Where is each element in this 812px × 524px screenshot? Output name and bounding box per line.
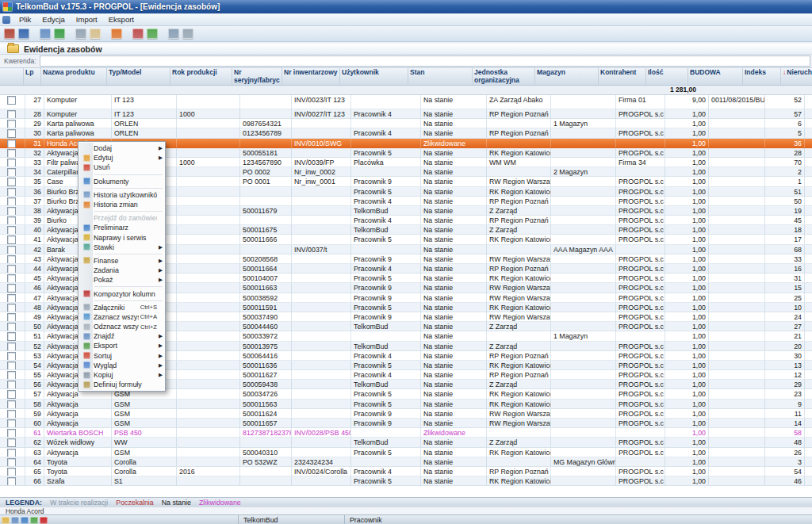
row-checkbox[interactable] bbox=[7, 342, 16, 351]
row-checkbox[interactable] bbox=[7, 110, 16, 119]
context-menu-item-dodaj[interactable]: Dodaj▶ bbox=[79, 143, 164, 153]
row-checkbox[interactable] bbox=[7, 429, 16, 438]
row-checkbox[interactable] bbox=[7, 323, 16, 331]
row-checkbox[interactable] bbox=[7, 197, 16, 206]
table-row[interactable]: 27KomputerIT 123INV/0023/IT 123Na stanie… bbox=[0, 95, 812, 109]
table-row[interactable]: 62Wózek widłowyWWTelkomBudNa stanieZ Zar… bbox=[0, 438, 812, 447]
print-icon[interactable] bbox=[75, 29, 86, 39]
row-checkbox[interactable] bbox=[7, 246, 16, 254]
report-icon[interactable] bbox=[147, 29, 158, 39]
menu-item-import[interactable]: Import bbox=[71, 13, 103, 25]
menu-item-plik[interactable]: Plik bbox=[13, 13, 36, 25]
context-menu-item-eksport[interactable]: Eksport▶ bbox=[79, 341, 164, 350]
column-header-check[interactable] bbox=[0, 68, 24, 85]
query-input[interactable] bbox=[40, 55, 810, 67]
column-header-uzytk[interactable]: Użytkownik bbox=[340, 68, 408, 85]
mail-icon[interactable] bbox=[90, 29, 101, 39]
table-row[interactable]: 59AktywacjaGSM500011624Pracownik 9Na sta… bbox=[0, 409, 812, 419]
column-header-stan[interactable]: Stan bbox=[408, 68, 473, 85]
row-checkbox[interactable] bbox=[7, 419, 16, 428]
row-checkbox[interactable] bbox=[7, 313, 16, 322]
table-row[interactable]: 64ToyotaCorollaPO 532WZ2324324234Na stan… bbox=[0, 457, 812, 467]
context-menu-item-historia-użytkowników[interactable]: Historia użytkowników bbox=[79, 190, 164, 200]
context-menu-item-dokumenty[interactable]: Dokumenty bbox=[79, 177, 164, 186]
column-header-ser[interactable]: Nr seryjny/fabryc bbox=[232, 68, 282, 85]
row-checkbox[interactable] bbox=[7, 371, 16, 380]
context-menu-item-preliminarz[interactable]: Preliminarz bbox=[79, 223, 164, 232]
row-checkbox[interactable] bbox=[7, 410, 16, 419]
network-icon[interactable] bbox=[30, 517, 38, 524]
column-header-jedn[interactable]: Jednostka organizacyjna bbox=[473, 68, 535, 85]
column-header-ilosc[interactable]: Ilość bbox=[646, 68, 688, 85]
column-header-typ[interactable]: Typ/Model bbox=[107, 68, 170, 85]
table-row[interactable]: 30Karta paliwowaORLEN0123456789Pracownik… bbox=[0, 128, 812, 138]
tools-icon[interactable] bbox=[182, 29, 193, 39]
context-menu-item-kompozytor-kolumn[interactable]: Kompozytor kolumn bbox=[79, 289, 164, 298]
table-row[interactable]: 61Wiertarka BOSCHPSB 45081273871823789IN… bbox=[0, 428, 812, 438]
row-checkbox[interactable] bbox=[7, 304, 16, 312]
context-menu-item-zaznacz-wszystko[interactable]: Zaznacz wszystkoCtrl+A bbox=[79, 312, 164, 322]
title-bar[interactable]: TelkomBud v.175.3 - PROGPOL - [Ewidencja… bbox=[0, 0, 812, 13]
row-checkbox[interactable] bbox=[7, 265, 16, 273]
context-menu-item-stawki[interactable]: Stawki▶ bbox=[79, 243, 164, 252]
user-icon[interactable] bbox=[11, 517, 19, 524]
column-header-rok[interactable]: Rok produkcji bbox=[170, 68, 232, 85]
row-checkbox[interactable] bbox=[7, 477, 16, 486]
row-checkbox[interactable] bbox=[7, 120, 16, 128]
context-menu-item-wygląd[interactable]: Wygląd▶ bbox=[79, 361, 164, 370]
menu-item-eksport[interactable]: Eksport bbox=[103, 13, 140, 25]
users-icon[interactable] bbox=[132, 29, 144, 39]
transfer-icon[interactable] bbox=[18, 29, 29, 39]
row-checkbox[interactable] bbox=[7, 390, 16, 399]
column-header-mag[interactable]: Magazyn bbox=[535, 68, 599, 85]
row-checkbox[interactable] bbox=[7, 352, 16, 361]
row-checkbox[interactable] bbox=[7, 332, 16, 341]
context-menu-item-odznacz-wszystko[interactable]: Odznacz wszystkoCtrl+Z bbox=[79, 322, 164, 331]
context-menu-item-historia-zmian[interactable]: Historia zmian bbox=[79, 200, 164, 209]
row-checkbox[interactable] bbox=[7, 468, 16, 476]
row-checkbox[interactable] bbox=[7, 96, 16, 105]
column-header-idx[interactable]: Indeks bbox=[743, 68, 781, 85]
context-menu-item-załączniki[interactable]: ZałącznikiCtrl+S bbox=[79, 303, 164, 312]
context-menu-item-sortuj[interactable]: Sortuj▶ bbox=[79, 351, 164, 361]
menu-item-edycja[interactable]: Edycja bbox=[36, 13, 71, 25]
column-header-bud[interactable]: BUDOWA bbox=[688, 68, 743, 85]
row-checkbox[interactable] bbox=[7, 140, 16, 148]
column-header-kontr[interactable]: Kontrahent bbox=[599, 68, 646, 85]
row-checkbox[interactable] bbox=[7, 149, 16, 158]
table-row[interactable]: 29Karta paliwowaORLEN0987654321Na stanie… bbox=[0, 119, 812, 128]
row-checkbox[interactable] bbox=[7, 226, 16, 235]
row-checkbox[interactable] bbox=[7, 458, 16, 467]
table-row[interactable]: 63AktywacjaGSM500040310Pracownik 5Na sta… bbox=[0, 448, 812, 457]
context-menu-item-usuń[interactable]: Usuń bbox=[79, 163, 164, 172]
refresh-icon[interactable] bbox=[54, 29, 65, 39]
context-menu-item-znajdź[interactable]: Znajdź▶ bbox=[79, 331, 164, 341]
row-checkbox[interactable] bbox=[7, 381, 16, 389]
context-menu-item-zadania[interactable]: Zadania▶ bbox=[79, 266, 164, 275]
table-row[interactable]: 65ToyotaCorolla2016INV/0024/CorollaPraco… bbox=[0, 467, 812, 476]
context-menu-item-edytuj[interactable]: Edytuj▶ bbox=[79, 153, 164, 163]
table-row[interactable]: 66SzafaS1Pracownik 5Na stanieRK Region K… bbox=[0, 476, 812, 486]
table-row[interactable]: 60AktywacjaGSM500011657Pracownik 9Na sta… bbox=[0, 419, 812, 428]
row-checkbox[interactable] bbox=[7, 188, 16, 197]
row-checkbox[interactable] bbox=[7, 207, 16, 216]
error-icon[interactable] bbox=[40, 517, 48, 524]
context-menu-item-kopiuj[interactable]: Kopiuj▶ bbox=[79, 370, 164, 380]
chart-pie-icon[interactable] bbox=[111, 29, 122, 39]
row-checkbox[interactable] bbox=[7, 129, 16, 138]
row-checkbox[interactable] bbox=[7, 255, 16, 264]
column-header-lp[interactable]: Lp bbox=[24, 68, 41, 85]
row-checkbox[interactable] bbox=[7, 449, 16, 457]
row-checkbox[interactable] bbox=[7, 216, 16, 225]
context-menu-item-definiuj-formuły[interactable]: Definiuj formuły bbox=[79, 380, 164, 389]
folder-icon[interactable] bbox=[2, 517, 10, 524]
exit-icon[interactable] bbox=[4, 29, 15, 39]
row-checkbox[interactable] bbox=[7, 168, 16, 177]
context-menu-item-pokaż[interactable]: Pokaż▶ bbox=[79, 275, 164, 285]
computer-icon[interactable] bbox=[21, 517, 29, 524]
settings-icon[interactable] bbox=[168, 29, 179, 39]
search-icon[interactable] bbox=[40, 29, 51, 39]
row-checkbox[interactable] bbox=[7, 438, 16, 447]
row-checkbox[interactable] bbox=[7, 159, 16, 167]
row-checkbox[interactable] bbox=[7, 400, 16, 409]
